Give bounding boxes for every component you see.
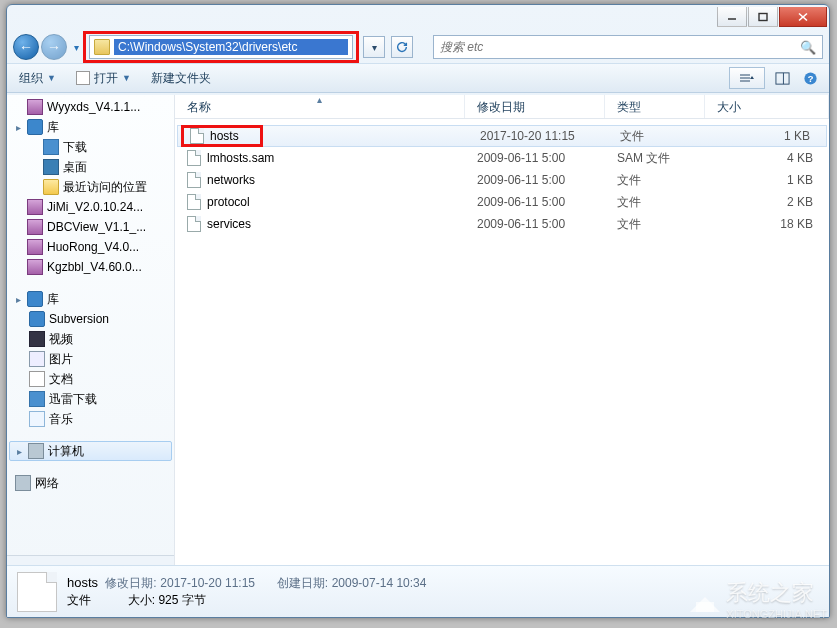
folder-icon <box>43 179 59 195</box>
lib-icon <box>29 311 45 327</box>
folder-icon <box>94 39 110 55</box>
svg-rect-7 <box>775 72 788 83</box>
column-date[interactable]: 修改日期 <box>465 95 605 118</box>
search-box[interactable]: 🔍 <box>433 35 823 59</box>
details-size-label: 大小: <box>128 593 155 607</box>
file-date: 2017-10-20 11:15 <box>468 129 608 143</box>
help-button[interactable]: ? <box>799 67 821 89</box>
sidebar-item[interactable]: 文档 <box>7 369 174 389</box>
sidebar-item[interactable]: HuoRong_V4.0... <box>7 237 174 257</box>
details-created-label: 创建日期: <box>277 576 328 590</box>
details-type-value: 文件 <box>67 593 91 607</box>
sidebar-item[interactable]: 音乐 <box>7 409 174 429</box>
details-file-name: hosts <box>67 575 98 590</box>
sidebar-libraries[interactable]: ▸ 库 <box>7 289 174 309</box>
minimize-button[interactable] <box>717 7 747 27</box>
pic-icon <box>29 351 45 367</box>
column-name[interactable]: ▴ 名称 <box>175 95 465 118</box>
sidebar-item[interactable]: Kgzbbl_V4.60.0... <box>7 257 174 277</box>
file-icon <box>187 216 201 232</box>
lib-icon <box>27 119 43 135</box>
file-type: 文件 <box>605 172 705 189</box>
sidebar-item-label: 最近访问的位置 <box>63 179 147 196</box>
file-size: 1 KB <box>708 129 826 143</box>
file-icon <box>187 150 201 166</box>
chevron-down-icon: ▼ <box>122 73 131 83</box>
maximize-button[interactable] <box>748 7 778 27</box>
sidebar-computer[interactable]: ▸ 计算机 <box>9 441 172 461</box>
file-date: 2009-06-11 5:00 <box>465 173 605 187</box>
organize-menu[interactable]: 组织 ▼ <box>15 68 60 89</box>
svg-text:?: ? <box>807 74 813 84</box>
sidebar-item-label: 网络 <box>35 475 59 492</box>
close-button[interactable] <box>779 7 827 27</box>
sidebar-item-label: Kgzbbl_V4.60.0... <box>47 260 142 274</box>
sidebar-item-label: 迅雷下载 <box>49 391 97 408</box>
library-icon <box>27 291 43 307</box>
preview-pane-button[interactable] <box>771 67 793 89</box>
sidebar-item-label: JiMi_V2.0.10.24... <box>47 200 143 214</box>
network-icon <box>15 475 31 491</box>
sidebar-item[interactable]: Wyyxds_V4.1.1... <box>7 97 174 117</box>
sidebar-item[interactable]: ▸ 库 <box>7 117 174 137</box>
file-name: services <box>207 217 251 231</box>
chevron-down-icon: ▼ <box>47 73 56 83</box>
column-type[interactable]: 类型 <box>605 95 705 118</box>
nav-back-button[interactable]: ← <box>13 34 39 60</box>
sidebar-item[interactable]: 桌面 <box>7 157 174 177</box>
file-date: 2009-06-11 5:00 <box>465 151 605 165</box>
svg-rect-1 <box>759 13 767 20</box>
file-icon <box>190 128 204 144</box>
address-bar[interactable]: C:\Windows\System32\drivers\etc <box>89 35 353 59</box>
new-folder-button[interactable]: 新建文件夹 <box>147 68 215 89</box>
sidebar-item[interactable]: JiMi_V2.0.10.24... <box>7 197 174 217</box>
search-input[interactable] <box>438 39 798 55</box>
tree-twist-icon: ▸ <box>13 294 23 305</box>
file-row[interactable]: networks 2009-06-11 5:00 文件 1 KB <box>175 169 829 191</box>
file-row[interactable]: services 2009-06-11 5:00 文件 18 KB <box>175 213 829 235</box>
file-type: 文件 <box>608 128 708 145</box>
vid-icon <box>29 331 45 347</box>
sidebar-item-label: 计算机 <box>48 443 84 460</box>
view-options-button[interactable] <box>729 67 765 89</box>
archive-icon <box>27 219 43 235</box>
nav-history-dropdown[interactable]: ▾ <box>69 34 83 60</box>
open-button[interactable]: 打开 ▼ <box>72 68 135 89</box>
column-size[interactable]: 大小 <box>705 95 829 118</box>
sidebar-item-label: 图片 <box>49 351 73 368</box>
file-type: 文件 <box>605 194 705 211</box>
address-path: C:\Windows\System32\drivers\etc <box>114 39 348 55</box>
sidebar-item[interactable]: 视频 <box>7 329 174 349</box>
new-folder-label: 新建文件夹 <box>151 70 211 87</box>
file-date: 2009-06-11 5:00 <box>465 195 605 209</box>
sidebar-item[interactable]: 迅雷下载 <box>7 389 174 409</box>
computer-icon <box>28 443 44 459</box>
sidebar-network[interactable]: 网络 <box>7 473 174 493</box>
file-row[interactable]: hosts 2017-10-20 11:15 文件 1 KB <box>177 125 827 147</box>
doc-icon <box>29 371 45 387</box>
sidebar-item[interactable]: 下载 <box>7 137 174 157</box>
sidebar-item[interactable]: Subversion <box>7 309 174 329</box>
details-pane: hosts 修改日期: 2017-10-20 11:15 创建日期: 2009-… <box>7 565 829 617</box>
search-icon[interactable]: 🔍 <box>798 40 818 55</box>
file-type: 文件 <box>605 216 705 233</box>
address-dropdown[interactable]: ▾ <box>363 36 385 58</box>
command-bar: 组织 ▼ 打开 ▼ 新建文件夹 ? <box>7 63 829 93</box>
file-row[interactable]: protocol 2009-06-11 5:00 文件 2 KB <box>175 191 829 213</box>
nav-forward-button[interactable]: → <box>41 34 67 60</box>
sidebar-item-label: 库 <box>47 291 59 308</box>
desktop-icon <box>43 159 59 175</box>
file-type: SAM 文件 <box>605 150 705 167</box>
file-row[interactable]: lmhosts.sam 2009-06-11 5:00 SAM 文件 4 KB <box>175 147 829 169</box>
dl-icon <box>43 139 59 155</box>
sidebar-item-label: Subversion <box>49 312 109 326</box>
sidebar-item[interactable]: 图片 <box>7 349 174 369</box>
sidebar-resize-handle[interactable] <box>7 555 174 565</box>
sidebar-item[interactable]: 最近访问的位置 <box>7 177 174 197</box>
file-thumbnail <box>17 572 57 612</box>
refresh-button[interactable] <box>391 36 413 58</box>
sidebar-item[interactable]: DBCView_V1.1_... <box>7 217 174 237</box>
file-list-pane: ▴ 名称 修改日期 类型 大小 hosts 2017-10-20 11:15 文… <box>175 95 829 565</box>
sidebar-item-label: 库 <box>47 119 59 136</box>
archive-icon <box>27 259 43 275</box>
